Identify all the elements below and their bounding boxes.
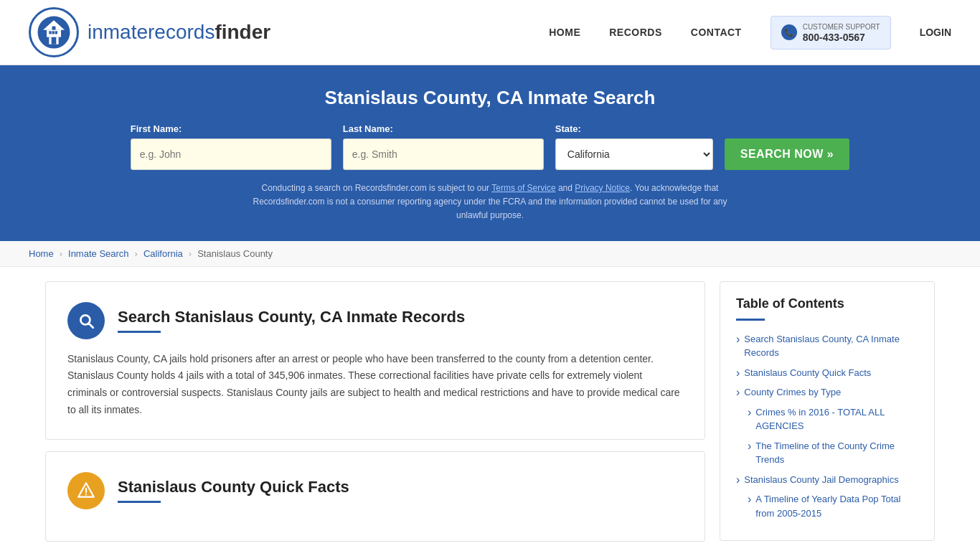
- first-name-label: First Name:: [131, 123, 182, 134]
- search-card-title: Search Stanislaus County, CA Inmate Reco…: [118, 308, 465, 326]
- toc-link[interactable]: County Crimes by Type: [736, 385, 918, 400]
- search-card-body: Stanislaus County, CA jails hold prisone…: [67, 351, 683, 419]
- tos-link[interactable]: Terms of Service: [491, 183, 555, 193]
- banner-title: Stanislaus County, CA Inmate Search: [29, 87, 951, 109]
- sidebar: Table of Contents Search Stanislaus Coun…: [720, 281, 935, 542]
- logo-icon[interactable]: [29, 7, 79, 57]
- toc-link[interactable]: Stanislaus County Jail Demographics: [736, 473, 918, 487]
- login-button[interactable]: LOGIN: [920, 27, 951, 38]
- toc-item: A Timeline of Yearly Data Pop Total from…: [736, 492, 918, 520]
- last-name-label: Last Name:: [343, 123, 393, 134]
- toc-link[interactable]: Stanislaus County Quick Facts: [736, 366, 918, 380]
- last-name-input[interactable]: [343, 138, 544, 170]
- toc-title: Table of Contents: [736, 296, 918, 311]
- toc-link[interactable]: Search Stanislaus County, CA Inmate Reco…: [736, 332, 918, 360]
- search-form-row: First Name: Last Name: State: AlabamaAla…: [29, 123, 951, 170]
- breadcrumb-home[interactable]: Home: [29, 248, 54, 259]
- breadcrumb-current: Stanislaus County: [197, 248, 273, 259]
- toc-item: Stanislaus County Jail Demographics: [736, 473, 918, 487]
- state-label: State:: [555, 123, 581, 134]
- quick-facts-title: Stanislaus County Quick Facts: [118, 478, 349, 496]
- logo-text: inmaterecordsfinder: [88, 21, 270, 44]
- nav-records[interactable]: RECORDS: [609, 27, 662, 38]
- breadcrumb-sep-2: ›: [135, 248, 138, 259]
- nav-home[interactable]: HOME: [549, 27, 580, 38]
- main-content: Search Stanislaus County, CA Inmate Reco…: [31, 281, 949, 551]
- support-number: 800-433-0567: [803, 32, 880, 43]
- search-now-button[interactable]: SEARCH NOW »: [725, 138, 849, 170]
- quick-facts-title-underline: [118, 501, 161, 503]
- first-name-input[interactable]: [131, 138, 331, 170]
- privacy-link[interactable]: Privacy Notice: [575, 183, 630, 193]
- search-banner: Stanislaus County, CA Inmate Search Firs…: [0, 65, 980, 241]
- toc-item: Search Stanislaus County, CA Inmate Reco…: [736, 332, 918, 360]
- svg-rect-5: [49, 31, 51, 34]
- last-name-group: Last Name:: [343, 123, 544, 170]
- toc-item: Stanislaus County Quick Facts: [736, 366, 918, 380]
- search-card-title-underline: [118, 331, 161, 333]
- search-card-header: Search Stanislaus County, CA Inmate Reco…: [67, 302, 683, 339]
- article-section: Search Stanislaus County, CA Inmate Reco…: [45, 281, 720, 551]
- main-nav: HOME RECORDS CONTACT 📞 CUSTOMER SUPPORT …: [549, 16, 951, 50]
- search-icon: [77, 311, 95, 330]
- svg-rect-2: [52, 37, 57, 44]
- breadcrumb-state[interactable]: California: [143, 248, 183, 259]
- site-header: inmaterecordsfinder HOME RECORDS CONTACT…: [0, 0, 980, 65]
- toc-link[interactable]: Crimes % in 2016 - TOTAL ALL AGENCIES: [748, 405, 918, 433]
- breadcrumb-sep-1: ›: [60, 248, 62, 259]
- search-icon-circle: [67, 302, 105, 339]
- toc-list: Search Stanislaus County, CA Inmate Reco…: [736, 332, 918, 521]
- customer-support-box: 📞 CUSTOMER SUPPORT 800-433-0567: [771, 16, 891, 50]
- search-records-card: Search Stanislaus County, CA Inmate Reco…: [45, 281, 705, 440]
- toc-item: County Crimes by Type: [736, 385, 918, 400]
- toc-card: Table of Contents Search Stanislaus Coun…: [720, 281, 935, 542]
- disclaimer-text: Conducting a search on Recordsfinder.com…: [239, 182, 741, 223]
- breadcrumb-inmate-search[interactable]: Inmate Search: [68, 248, 129, 259]
- svg-rect-8: [52, 27, 56, 30]
- first-name-group: First Name:: [131, 123, 331, 170]
- svg-rect-6: [52, 31, 55, 34]
- nav-contact[interactable]: CONTACT: [691, 27, 742, 38]
- alert-icon: [77, 481, 95, 500]
- support-label: CUSTOMER SUPPORT: [803, 22, 880, 32]
- toc-link[interactable]: A Timeline of Yearly Data Pop Total from…: [748, 492, 918, 520]
- svg-rect-7: [55, 31, 57, 34]
- breadcrumb-sep-3: ›: [189, 248, 192, 259]
- breadcrumb: Home › Inmate Search › California › Stan…: [0, 241, 980, 267]
- state-group: State: AlabamaAlaskaArizonaArkansasCalif…: [555, 123, 713, 170]
- toc-divider: [736, 319, 765, 321]
- quick-facts-title-block: Stanislaus County Quick Facts: [118, 478, 349, 503]
- quick-facts-icon-circle: [67, 472, 105, 509]
- toc-item: Crimes % in 2016 - TOTAL ALL AGENCIES: [736, 405, 918, 433]
- logo-area: inmaterecordsfinder: [29, 7, 270, 57]
- phone-icon: 📞: [781, 24, 797, 40]
- svg-point-10: [85, 494, 87, 495]
- toc-item: The Timeline of the County Crime Trends: [736, 439, 918, 467]
- search-card-title-block: Search Stanislaus County, CA Inmate Reco…: [118, 308, 465, 333]
- quick-facts-card: Stanislaus County Quick Facts: [45, 451, 705, 542]
- support-info: CUSTOMER SUPPORT 800-433-0567: [803, 22, 880, 43]
- quick-facts-header: Stanislaus County Quick Facts: [67, 472, 683, 509]
- state-select[interactable]: AlabamaAlaskaArizonaArkansasCaliforniaCo…: [555, 138, 713, 170]
- toc-link[interactable]: The Timeline of the County Crime Trends: [748, 439, 918, 467]
